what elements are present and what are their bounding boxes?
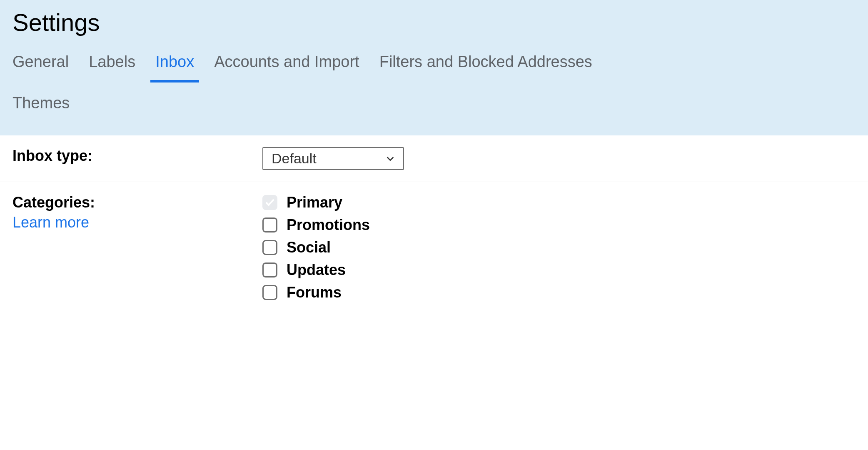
checkbox-updates[interactable]: [262, 262, 277, 278]
tabs-row-1: General Labels Inbox Accounts and Import…: [12, 53, 856, 82]
inbox-type-selected: Default: [272, 150, 317, 167]
category-item-social: Social: [262, 239, 856, 256]
category-item-forums: Forums: [262, 284, 856, 301]
tab-filters-blocked[interactable]: Filters and Blocked Addresses: [379, 53, 592, 82]
section-categories: Categories: Learn more Primary: [0, 182, 868, 313]
checkbox-social[interactable]: [262, 240, 277, 255]
category-label-promotions: Promotions: [287, 216, 370, 234]
categories-label: Categories:: [12, 194, 95, 211]
tab-general[interactable]: General: [12, 53, 69, 82]
tab-labels[interactable]: Labels: [89, 53, 135, 82]
category-item-updates: Updates: [262, 261, 856, 279]
section-inbox-type: Inbox type: Default: [0, 135, 868, 182]
category-label-forums: Forums: [287, 284, 342, 301]
category-label-updates: Updates: [287, 261, 346, 279]
category-list: Primary Promotions Social Updates: [262, 194, 856, 301]
category-item-primary: Primary: [262, 194, 856, 211]
header-area: Settings General Labels Inbox Accounts a…: [0, 0, 868, 135]
tab-themes[interactable]: Themes: [12, 94, 70, 124]
categories-label-block: Categories: Learn more: [12, 194, 262, 231]
tabs-row-2: Themes: [12, 82, 856, 135]
tab-accounts-import[interactable]: Accounts and Import: [214, 53, 359, 82]
inbox-type-select[interactable]: Default: [262, 147, 404, 170]
tab-inbox[interactable]: Inbox: [155, 53, 194, 82]
chevron-down-icon: [386, 150, 395, 167]
checkbox-promotions[interactable]: [262, 218, 277, 232]
category-label-primary: Primary: [287, 194, 342, 211]
inbox-type-label: Inbox type:: [12, 147, 262, 165]
category-label-social: Social: [287, 239, 331, 256]
learn-more-link[interactable]: Learn more: [12, 214, 262, 231]
checkbox-primary: [262, 195, 277, 210]
content: Inbox type: Default Categories: Learn mo…: [0, 135, 868, 313]
page-title: Settings: [12, 8, 856, 53]
category-item-promotions: Promotions: [262, 216, 856, 234]
checkbox-forums[interactable]: [262, 285, 277, 300]
